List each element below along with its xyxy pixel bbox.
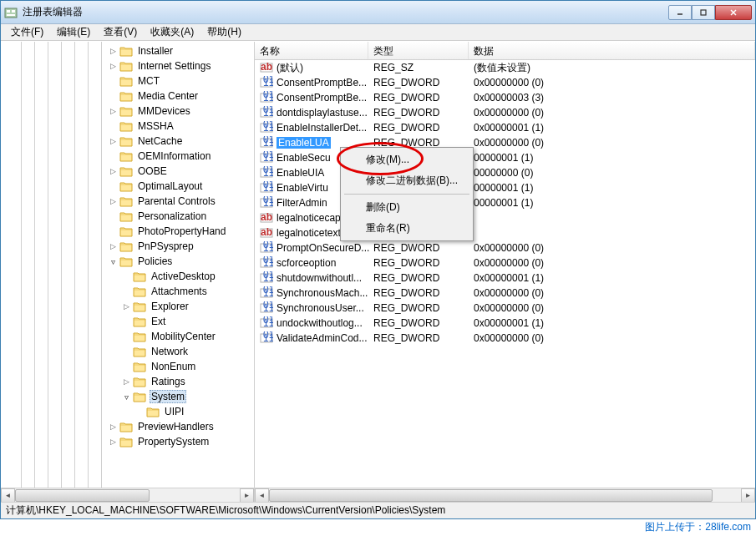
context-menu-item[interactable]: 重命名(R) [342, 218, 471, 239]
scroll-right-button[interactable]: ► [240, 488, 254, 503]
tree-label: Ext [150, 316, 167, 327]
cell-data: 00000001 (1) [470, 152, 755, 164]
expander-icon[interactable] [121, 301, 131, 311]
expander-icon[interactable] [108, 196, 118, 206]
menu-item[interactable]: 收藏夹(A) [144, 23, 200, 41]
value-row[interactable]: 011110EnableLUAREG_DWORD0x00000000 (0) [255, 135, 755, 150]
value-row[interactable]: 011110EnableSecuREG_DWORD00000001 (1) [255, 150, 755, 165]
expander-icon[interactable] [108, 136, 118, 146]
cell-data: 0x00000001 (1) [470, 317, 755, 329]
tree-item[interactable]: Media Center [1, 88, 254, 104]
tree-item[interactable]: Ratings [1, 374, 254, 389]
tree-item[interactable]: PhotoPropertyHand [1, 224, 254, 239]
value-row[interactable]: 011110scforceoptionREG_DWORD0x00000000 (… [255, 255, 755, 271]
tree-item[interactable]: UIPI [1, 404, 254, 419]
tree-item[interactable]: OEMInformation [1, 149, 254, 164]
value-row[interactable]: 011110EnableVirtu00000001 (1) [255, 180, 755, 195]
tree-item[interactable]: MCT [1, 73, 254, 88]
value-row[interactable]: 011110shutdownwithoutl...REG_DWORD0x0000… [255, 271, 755, 286]
registry-tree[interactable]: InstallerInternet SettingsMCTMedia Cente… [1, 42, 254, 488]
tree-item[interactable]: OOBE [1, 164, 254, 179]
folder-icon [119, 255, 133, 267]
tree-item[interactable]: NonEnum [1, 359, 254, 374]
menu-item[interactable]: 文件(F) [4, 23, 50, 41]
cell-type: REG_DWORD [370, 272, 470, 284]
tree-hscroll[interactable]: ◄ ► [1, 488, 254, 502]
list-hscroll[interactable]: ◄ ► [255, 488, 755, 502]
tree-item[interactable]: System [1, 389, 254, 404]
value-row[interactable]: ablegalnoticecaptionREG_SZ [255, 210, 755, 225]
tree-item[interactable]: PropertySystem [1, 434, 254, 449]
expander-icon[interactable] [121, 392, 131, 402]
close-button[interactable] [715, 5, 752, 20]
menu-item[interactable]: 编辑(E) [50, 23, 97, 41]
list-panel: 名称 类型 数据 ab(默认)REG_SZ(数值未设置)011110Consen… [255, 42, 755, 502]
tree-item[interactable]: Internet Settings [1, 58, 254, 73]
scroll-right-button[interactable]: ► [741, 488, 755, 503]
tree-item[interactable]: Personalization [1, 209, 254, 224]
scroll-track[interactable] [15, 488, 240, 503]
tree-item[interactable]: OptimalLayout [1, 179, 254, 194]
tree-item[interactable]: Network [1, 344, 254, 359]
watermark: 图片上传于：28life.com [645, 520, 751, 534]
scroll-track[interactable] [269, 488, 741, 503]
expander-icon[interactable] [108, 256, 118, 266]
expander-icon[interactable] [108, 422, 118, 432]
tree-item[interactable]: ActiveDesktop [1, 269, 254, 284]
value-row[interactable]: ablegalnoticetextREG_SZ [255, 225, 755, 240]
svg-text:ab: ab [261, 211, 272, 223]
expander-icon[interactable] [108, 166, 118, 176]
tree-item[interactable]: Installer [1, 43, 254, 58]
tree-item[interactable]: MSSHA [1, 119, 254, 134]
expander-icon[interactable] [108, 46, 118, 56]
cell-name: 011110ConsentPromptBe... [256, 76, 370, 89]
value-list[interactable]: ab(默认)REG_SZ(数值未设置)011110ConsentPromptBe… [255, 60, 755, 488]
titlebar: 注册表编辑器 [1, 1, 755, 24]
maximize-button[interactable] [692, 5, 715, 20]
tree-item[interactable]: Ext [1, 314, 254, 329]
tree-item[interactable]: MMDevices [1, 104, 254, 119]
minimize-button[interactable] [668, 5, 692, 20]
value-row[interactable]: 011110ConsentPromptBe...REG_DWORD0x00000… [255, 90, 755, 105]
value-row[interactable]: 011110dontdisplaylastuse...REG_DWORD0x00… [255, 105, 755, 120]
tree-item[interactable]: PreviewHandlers [1, 419, 254, 434]
tree-item[interactable]: PnPSysprep [1, 239, 254, 254]
tree-label: NetCache [136, 135, 184, 147]
value-row[interactable]: 011110FilterAdmin00000001 (1) [255, 195, 755, 210]
menu-item[interactable]: 查看(V) [97, 23, 144, 41]
scroll-left-button[interactable]: ◄ [255, 488, 269, 503]
header-data[interactable]: 数据 [469, 42, 755, 59]
context-menu-item[interactable]: 删除(D) [342, 197, 471, 218]
tree-item[interactable]: Attachments [1, 284, 254, 299]
expander-icon[interactable] [108, 241, 118, 251]
value-row[interactable]: ab(默认)REG_SZ(数值未设置) [255, 60, 755, 75]
menu-item[interactable]: 帮助(H) [200, 23, 248, 41]
tree-label: OptimalLayout [136, 180, 204, 192]
value-row[interactable]: 011110EnableInstallerDet...REG_DWORD0x00… [255, 120, 755, 135]
expander-icon[interactable] [108, 61, 118, 71]
tree-item[interactable]: Policies [1, 254, 254, 269]
value-row[interactable]: 011110ConsentPromptBe...REG_DWORD0x00000… [255, 75, 755, 90]
header-type[interactable]: 类型 [368, 42, 469, 59]
tree-item[interactable]: Explorer [1, 299, 254, 314]
scroll-left-button[interactable]: ◄ [1, 488, 15, 503]
tree-item[interactable]: MobilityCenter [1, 329, 254, 344]
value-row[interactable]: 011110EnableUIA00000000 (0) [255, 165, 755, 180]
header-name[interactable]: 名称 [255, 42, 368, 59]
value-row[interactable]: 011110PromptOnSecureD...REG_DWORD0x00000… [255, 240, 755, 255]
value-row[interactable]: 011110undockwithoutlog...REG_DWORD0x0000… [255, 316, 755, 331]
value-row[interactable]: 011110SynchronousMach...REG_DWORD0x00000… [255, 286, 755, 301]
expander-icon[interactable] [108, 437, 118, 447]
cell-data: 0x00000003 (3) [470, 92, 755, 104]
tree-label: Installer [136, 45, 175, 57]
expander-icon[interactable] [108, 106, 118, 116]
value-row[interactable]: 011110ValidateAdminCod...REG_DWORD0x0000… [255, 331, 755, 346]
dword-value-icon: 011110 [260, 241, 273, 255]
value-row[interactable]: 011110SynchronousUser...REG_DWORD0x00000… [255, 301, 755, 316]
context-menu-item[interactable]: 修改(M)... [342, 149, 471, 170]
expander-icon[interactable] [121, 377, 131, 387]
tree-item[interactable]: NetCache [1, 134, 254, 149]
tree-item[interactable]: Parental Controls [1, 194, 254, 209]
cell-data: 0x00000000 (0) [470, 302, 755, 314]
context-menu-item[interactable]: 修改二进制数据(B)... [342, 170, 471, 191]
